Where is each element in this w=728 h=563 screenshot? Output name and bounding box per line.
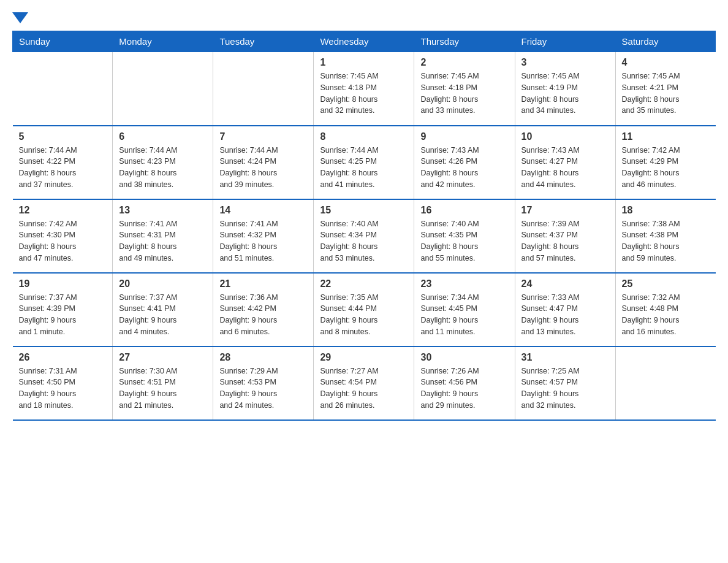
day-info: Sunrise: 7:44 AMSunset: 4:24 PMDaylight:… — [219, 145, 307, 191]
calendar-cell: 25Sunrise: 7:32 AMSunset: 4:48 PMDayligh… — [615, 273, 715, 347]
calendar-cell: 11Sunrise: 7:42 AMSunset: 4:29 PMDayligh… — [615, 126, 715, 199]
day-number: 24 — [521, 278, 609, 289]
calendar-cell: 21Sunrise: 7:36 AMSunset: 4:42 PMDayligh… — [213, 273, 314, 347]
week-row-1: 1Sunrise: 7:45 AMSunset: 4:18 PMDaylight… — [13, 52, 716, 126]
day-number: 15 — [320, 205, 408, 216]
calendar-cell — [13, 52, 113, 126]
calendar-cell: 22Sunrise: 7:35 AMSunset: 4:44 PMDayligh… — [314, 273, 414, 347]
day-number: 20 — [119, 278, 207, 289]
calendar-cell: 15Sunrise: 7:40 AMSunset: 4:34 PMDayligh… — [314, 199, 414, 273]
calendar-cell: 9Sunrise: 7:43 AMSunset: 4:26 PMDaylight… — [414, 126, 515, 199]
day-info: Sunrise: 7:45 AMSunset: 4:18 PMDaylight:… — [420, 71, 508, 117]
calendar-cell: 20Sunrise: 7:37 AMSunset: 4:41 PMDayligh… — [113, 273, 213, 347]
day-number: 14 — [219, 205, 307, 216]
day-number: 8 — [320, 131, 408, 142]
day-header-friday: Friday — [515, 31, 615, 52]
day-number: 21 — [219, 278, 307, 289]
day-number: 6 — [119, 131, 207, 142]
calendar-cell: 6Sunrise: 7:44 AMSunset: 4:23 PMDaylight… — [113, 126, 213, 199]
day-number: 29 — [320, 352, 408, 363]
day-header-tuesday: Tuesday — [213, 31, 314, 52]
day-info: Sunrise: 7:27 AMSunset: 4:54 PMDaylight:… — [320, 366, 408, 412]
day-number: 7 — [219, 131, 307, 142]
calendar-cell — [615, 347, 715, 420]
day-info: Sunrise: 7:35 AMSunset: 4:44 PMDaylight:… — [320, 292, 408, 338]
day-number: 13 — [119, 205, 207, 216]
day-info: Sunrise: 7:45 AMSunset: 4:21 PMDaylight:… — [622, 71, 710, 117]
day-info: Sunrise: 7:33 AMSunset: 4:47 PMDaylight:… — [521, 292, 609, 338]
day-number: 3 — [521, 57, 609, 68]
day-number: 19 — [19, 278, 107, 289]
calendar-cell: 3Sunrise: 7:45 AMSunset: 4:19 PMDaylight… — [515, 52, 615, 126]
day-info: Sunrise: 7:31 AMSunset: 4:50 PMDaylight:… — [19, 366, 107, 412]
calendar-cell: 29Sunrise: 7:27 AMSunset: 4:54 PMDayligh… — [314, 347, 414, 420]
logo-icon — [12, 12, 28, 25]
day-info: Sunrise: 7:26 AMSunset: 4:56 PMDaylight:… — [420, 366, 508, 412]
calendar-cell: 10Sunrise: 7:43 AMSunset: 4:27 PMDayligh… — [515, 126, 615, 199]
calendar-cell: 8Sunrise: 7:44 AMSunset: 4:25 PMDaylight… — [314, 126, 414, 199]
calendar-cell: 18Sunrise: 7:38 AMSunset: 4:38 PMDayligh… — [615, 199, 715, 273]
day-header-sunday: Sunday — [13, 31, 113, 52]
calendar-cell: 23Sunrise: 7:34 AMSunset: 4:45 PMDayligh… — [414, 273, 515, 347]
calendar-cell: 16Sunrise: 7:40 AMSunset: 4:35 PMDayligh… — [414, 199, 515, 273]
day-info: Sunrise: 7:43 AMSunset: 4:26 PMDaylight:… — [420, 145, 508, 191]
day-info: Sunrise: 7:30 AMSunset: 4:51 PMDaylight:… — [119, 366, 207, 412]
calendar-cell: 13Sunrise: 7:41 AMSunset: 4:31 PMDayligh… — [113, 199, 213, 273]
calendar-cell — [113, 52, 213, 126]
day-number: 25 — [622, 278, 710, 289]
day-info: Sunrise: 7:37 AMSunset: 4:39 PMDaylight:… — [19, 292, 107, 338]
day-number: 31 — [521, 352, 609, 363]
day-number: 10 — [521, 131, 609, 142]
day-number: 2 — [420, 57, 508, 68]
calendar-cell — [213, 52, 314, 126]
calendar-cell: 14Sunrise: 7:41 AMSunset: 4:32 PMDayligh… — [213, 199, 314, 273]
day-info: Sunrise: 7:45 AMSunset: 4:19 PMDaylight:… — [521, 71, 609, 117]
calendar-cell: 27Sunrise: 7:30 AMSunset: 4:51 PMDayligh… — [113, 347, 213, 420]
calendar-cell: 2Sunrise: 7:45 AMSunset: 4:18 PMDaylight… — [414, 52, 515, 126]
calendar-cell: 24Sunrise: 7:33 AMSunset: 4:47 PMDayligh… — [515, 273, 615, 347]
day-number: 16 — [420, 205, 508, 216]
day-header-saturday: Saturday — [615, 31, 715, 52]
day-info: Sunrise: 7:44 AMSunset: 4:22 PMDaylight:… — [19, 145, 107, 191]
day-number: 1 — [320, 57, 408, 68]
day-info: Sunrise: 7:41 AMSunset: 4:32 PMDaylight:… — [219, 218, 307, 264]
calendar-table: SundayMondayTuesdayWednesdayThursdayFrid… — [12, 31, 716, 421]
day-info: Sunrise: 7:41 AMSunset: 4:31 PMDaylight:… — [119, 218, 207, 264]
week-row-3: 12Sunrise: 7:42 AMSunset: 4:30 PMDayligh… — [13, 199, 716, 273]
day-info: Sunrise: 7:40 AMSunset: 4:34 PMDaylight:… — [320, 218, 408, 264]
day-info: Sunrise: 7:44 AMSunset: 4:25 PMDaylight:… — [320, 145, 408, 191]
day-number: 17 — [521, 205, 609, 216]
day-info: Sunrise: 7:43 AMSunset: 4:27 PMDaylight:… — [521, 145, 609, 191]
day-info: Sunrise: 7:39 AMSunset: 4:37 PMDaylight:… — [521, 218, 609, 264]
day-header-monday: Monday — [113, 31, 213, 52]
day-number: 26 — [19, 352, 107, 363]
calendar-cell: 1Sunrise: 7:45 AMSunset: 4:18 PMDaylight… — [314, 52, 414, 126]
day-info: Sunrise: 7:29 AMSunset: 4:53 PMDaylight:… — [219, 366, 307, 412]
day-number: 12 — [19, 205, 107, 216]
days-header-row: SundayMondayTuesdayWednesdayThursdayFrid… — [13, 31, 716, 52]
day-number: 30 — [420, 352, 508, 363]
week-row-5: 26Sunrise: 7:31 AMSunset: 4:50 PMDayligh… — [13, 347, 716, 420]
calendar-cell: 28Sunrise: 7:29 AMSunset: 4:53 PMDayligh… — [213, 347, 314, 420]
day-info: Sunrise: 7:36 AMSunset: 4:42 PMDaylight:… — [219, 292, 307, 338]
day-info: Sunrise: 7:34 AMSunset: 4:45 PMDaylight:… — [420, 292, 508, 338]
day-info: Sunrise: 7:40 AMSunset: 4:35 PMDaylight:… — [420, 218, 508, 264]
day-number: 4 — [622, 57, 710, 68]
day-info: Sunrise: 7:45 AMSunset: 4:18 PMDaylight:… — [320, 71, 408, 117]
day-info: Sunrise: 7:37 AMSunset: 4:41 PMDaylight:… — [119, 292, 207, 338]
logo-container — [12, 12, 28, 25]
day-number: 9 — [420, 131, 508, 142]
day-number: 11 — [622, 131, 710, 142]
day-number: 18 — [622, 205, 710, 216]
day-info: Sunrise: 7:42 AMSunset: 4:29 PMDaylight:… — [622, 145, 710, 191]
calendar-cell: 12Sunrise: 7:42 AMSunset: 4:30 PMDayligh… — [13, 199, 113, 273]
day-number: 27 — [119, 352, 207, 363]
calendar-cell: 7Sunrise: 7:44 AMSunset: 4:24 PMDaylight… — [213, 126, 314, 199]
logo — [12, 12, 28, 25]
day-number: 28 — [219, 352, 307, 363]
page-header — [12, 12, 716, 25]
calendar-cell: 19Sunrise: 7:37 AMSunset: 4:39 PMDayligh… — [13, 273, 113, 347]
day-info: Sunrise: 7:42 AMSunset: 4:30 PMDaylight:… — [19, 218, 107, 264]
day-number: 23 — [420, 278, 508, 289]
day-info: Sunrise: 7:25 AMSunset: 4:57 PMDaylight:… — [521, 366, 609, 412]
